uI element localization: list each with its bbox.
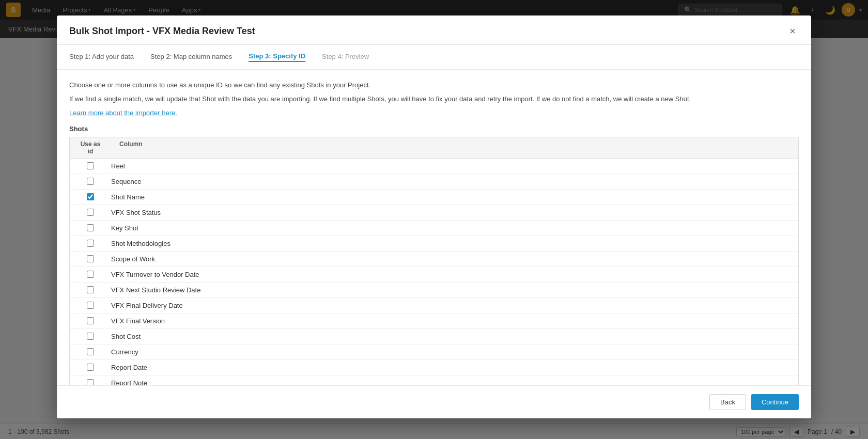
table-row: Sequence	[70, 174, 798, 190]
column-name: Currency	[111, 348, 798, 356]
columns-table: Use as id Column ReelSequenceShot NameVF…	[69, 137, 799, 385]
table-row: VFX Next Studio Review Date	[70, 283, 798, 298]
back-button[interactable]: Back	[709, 394, 746, 410]
column-name: Shot Methodologies	[111, 240, 798, 247]
column-name: VFX Final Delivery Date	[111, 302, 798, 309]
table-row: Report Note	[70, 375, 798, 385]
checkbox-shot_cost[interactable]	[87, 333, 94, 340]
checkbox-scope_of_work[interactable]	[87, 255, 94, 262]
checkbox-cell	[70, 240, 111, 247]
step-1[interactable]: Step 1: Add your data	[69, 53, 134, 61]
checkbox-key_shot[interactable]	[87, 224, 94, 231]
col-header-column: Column	[111, 140, 798, 155]
column-name: VFX Turnover to Vendor Date	[111, 271, 798, 278]
modal-footer: Back Continue	[57, 385, 811, 418]
col-header-use-as-id: Use as id	[70, 140, 111, 155]
description-primary: Choose one or more columns to use as a u…	[69, 80, 799, 91]
column-name: Sequence	[111, 178, 798, 185]
checkbox-sequence[interactable]	[87, 178, 94, 185]
step-2[interactable]: Step 2: Map column names	[150, 53, 232, 61]
modal-title: Bulk Shot Import - VFX Media Review Test	[69, 26, 255, 37]
checkbox-currency[interactable]	[87, 348, 94, 355]
close-button[interactable]: ×	[786, 25, 799, 37]
checkbox-vfx_final_version[interactable]	[87, 317, 94, 324]
checkbox-cell	[70, 348, 111, 355]
column-name: Reel	[111, 162, 798, 170]
bulk-import-modal: Bulk Shot Import - VFX Media Review Test…	[57, 15, 811, 418]
column-name: Shot Name	[111, 193, 798, 201]
shots-section-title: Shots	[69, 125, 799, 133]
checkbox-cell	[70, 317, 111, 324]
checkbox-cell	[70, 271, 111, 278]
table-row: Key Shot	[70, 221, 798, 236]
column-name: Report Note	[111, 379, 798, 385]
description-secondary: If we find a single match, we will updat…	[69, 94, 799, 105]
column-name: VFX Next Studio Review Date	[111, 286, 798, 294]
shots-section: Shots Use as id Column ReelSequenceShot …	[69, 125, 799, 385]
table-row: VFX Final Delivery Date	[70, 298, 798, 313]
column-name: Shot Cost	[111, 333, 798, 340]
checkbox-cell	[70, 333, 111, 340]
checkbox-reel[interactable]	[87, 162, 94, 169]
table-row: Shot Methodologies	[70, 236, 798, 252]
table-row: Currency	[70, 344, 798, 360]
checkbox-cell	[70, 209, 111, 216]
table-header: Use as id Column	[70, 137, 798, 159]
step-3[interactable]: Step 3: Specify ID	[249, 52, 305, 62]
checkbox-cell	[70, 379, 111, 385]
checkbox-vfx_next_studio_review_date[interactable]	[87, 286, 94, 293]
checkbox-cell	[70, 302, 111, 309]
column-name: Scope of Work	[111, 255, 798, 263]
table-row: VFX Turnover to Vendor Date	[70, 267, 798, 283]
column-name: Report Date	[111, 364, 798, 371]
modal-header: Bulk Shot Import - VFX Media Review Test…	[57, 15, 811, 45]
checkbox-vfx_shot_status[interactable]	[87, 209, 94, 216]
checkbox-cell	[70, 286, 111, 293]
checkbox-vfx_final_delivery_date[interactable]	[87, 302, 94, 309]
step-4[interactable]: Step 4: Preview	[322, 53, 369, 61]
table-row: Scope of Work	[70, 252, 798, 267]
column-name: VFX Shot Status	[111, 209, 798, 216]
checkbox-cell	[70, 255, 111, 262]
modal-overlay: Bulk Shot Import - VFX Media Review Test…	[0, 0, 868, 439]
checkbox-report_date[interactable]	[87, 364, 94, 371]
column-name: Key Shot	[111, 224, 798, 232]
checkbox-cell	[70, 364, 111, 371]
checkbox-shot_methodologies[interactable]	[87, 240, 94, 247]
checkbox-cell	[70, 162, 111, 169]
learn-more-link[interactable]: Learn more about the importer here.	[69, 109, 177, 117]
checkbox-cell	[70, 178, 111, 185]
table-row: VFX Shot Status	[70, 205, 798, 221]
checkbox-report_note[interactable]	[87, 379, 94, 385]
checkbox-cell	[70, 193, 111, 200]
table-row: Report Date	[70, 360, 798, 375]
steps-nav: Step 1: Add your data Step 2: Map column…	[57, 45, 811, 70]
table-row: VFX Final Version	[70, 313, 798, 329]
table-rows-container: ReelSequenceShot NameVFX Shot StatusKey …	[70, 159, 798, 385]
continue-button[interactable]: Continue	[751, 394, 799, 410]
table-row: Reel	[70, 159, 798, 174]
column-name: VFX Final Version	[111, 317, 798, 325]
checkbox-cell	[70, 224, 111, 231]
checkbox-shot_name[interactable]	[87, 193, 94, 200]
modal-body: Choose one or more columns to use as a u…	[57, 70, 811, 385]
table-row: Shot Name	[70, 190, 798, 205]
checkbox-vfx_turnover_to_vendor_date[interactable]	[87, 271, 94, 278]
table-row: Shot Cost	[70, 329, 798, 344]
